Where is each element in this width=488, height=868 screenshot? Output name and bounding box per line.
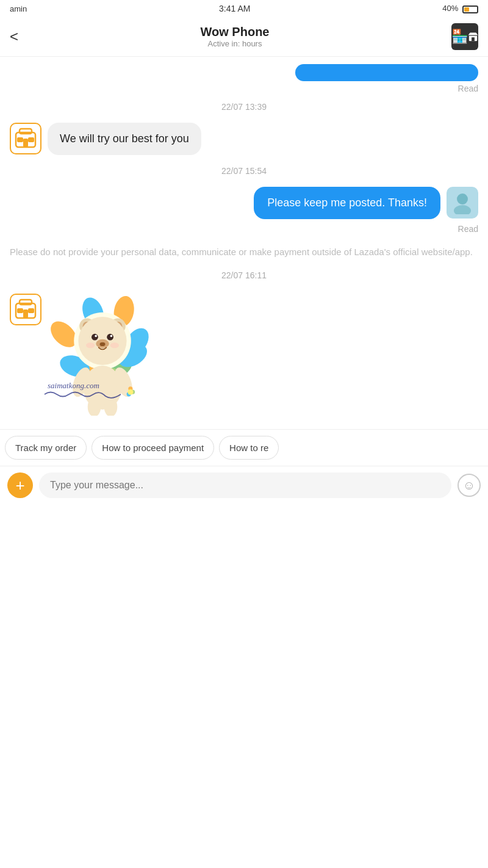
quick-replies-bar: Track my order How to proceed payment Ho… (0, 429, 488, 466)
quick-reply-track-order[interactable]: Track my order (5, 436, 87, 460)
shop-avatar-icon (15, 128, 37, 150)
sent-bubble-1: Please keep me posted. Thanks! (254, 187, 440, 219)
message-received-1: We will try our best for you (0, 120, 488, 157)
status-bar: amin 3:41 AM 40% (0, 0, 488, 17)
svg-point-32 (95, 335, 97, 338)
back-button[interactable]: < (10, 28, 18, 45)
chat-header: < Wow Phone Active in: hours (0, 17, 488, 57)
shop-status: Active in: hours (201, 39, 270, 48)
battery-indicator: 40% (442, 4, 478, 13)
svg-rect-4 (20, 129, 32, 134)
input-bar: + ☺ (0, 466, 488, 504)
svg-rect-6 (17, 137, 23, 142)
shop-avatar-received (10, 123, 41, 154)
quick-reply-howto-re[interactable]: How to re (219, 436, 279, 460)
timestamp-1: 22/07 13:39 (0, 102, 488, 112)
svg-point-31 (107, 334, 113, 341)
emoji-button[interactable]: ☺ (458, 474, 481, 497)
sticker-container: saimatkong.com (48, 294, 157, 418)
message-sent-top (0, 57, 488, 84)
svg-rect-14 (28, 308, 34, 313)
svg-point-36 (86, 343, 95, 349)
svg-rect-2 (469, 35, 477, 36)
user-avatar-icon (452, 191, 473, 214)
svg-point-37 (110, 343, 119, 349)
add-attachment-button[interactable]: + (7, 472, 33, 498)
svg-rect-12 (23, 309, 28, 318)
user-avatar (447, 187, 478, 219)
sticker-row: saimatkong.com (0, 289, 488, 423)
message-sent-1: Please keep me posted. Thanks! (0, 184, 488, 222)
svg-point-8 (457, 193, 468, 204)
chat-area: Read 22/07 13:39 We will try our best fo… (0, 57, 488, 429)
svg-point-35 (100, 342, 106, 346)
svg-point-9 (454, 205, 471, 214)
watermark: saimatkong.com (41, 373, 163, 407)
svg-rect-11 (20, 300, 32, 305)
read-label-top: Read (0, 84, 488, 93)
svg-text:saimatkong.com: saimatkong.com (48, 381, 99, 390)
privacy-notice: Please do not provide your personal data… (10, 245, 478, 259)
store-icon (468, 28, 478, 45)
shop-icon-button[interactable] (451, 23, 478, 50)
svg-point-30 (92, 334, 98, 341)
header-title-block: Wow Phone Active in: hours (201, 25, 270, 48)
shop-avatar-sticker (10, 294, 41, 325)
svg-rect-7 (28, 137, 34, 142)
timestamp-2: 22/07 15:54 (0, 166, 488, 176)
message-input[interactable] (39, 472, 451, 498)
received-bubble-1: We will try our best for you (48, 123, 201, 155)
carrier-signal: amin (10, 4, 27, 13)
read-label-sent-1: Read (0, 224, 488, 234)
timestamp-3: 22/07 16:11 (0, 270, 488, 280)
quick-reply-payment[interactable]: How to proceed payment (92, 436, 214, 460)
svg-rect-5 (23, 139, 28, 147)
shop-name: Wow Phone (201, 25, 270, 39)
svg-rect-13 (17, 308, 23, 313)
shop-avatar-sticker-icon (15, 298, 37, 320)
sent-bubble-top (295, 64, 478, 81)
svg-point-33 (110, 335, 113, 338)
svg-rect-1 (472, 37, 475, 41)
time: 3:41 AM (219, 4, 250, 13)
